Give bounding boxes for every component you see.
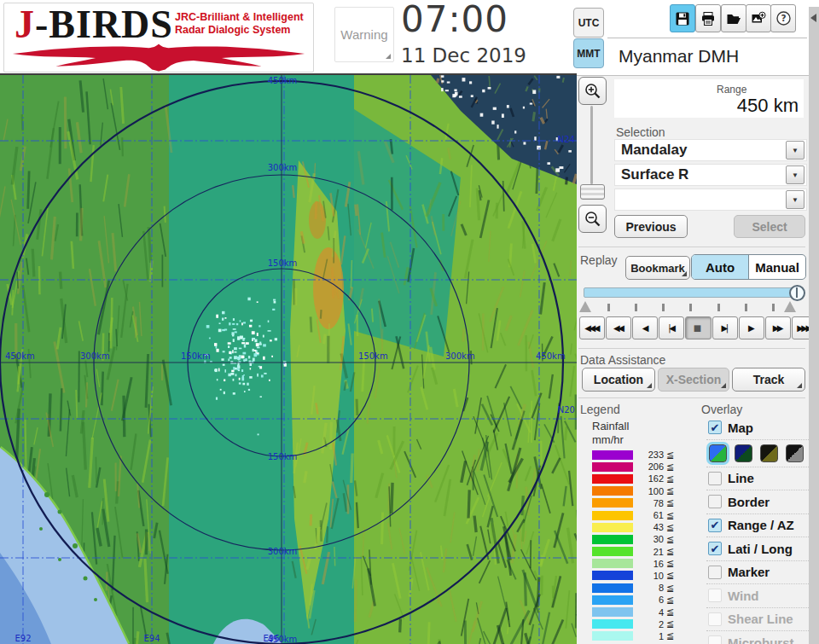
zoom-slider-track[interactable]	[590, 106, 593, 184]
svg-text:450km: 450km	[5, 351, 35, 361]
checked-checkbox[interactable]: ✔	[708, 519, 722, 532]
mmt-button[interactable]: MMT	[573, 38, 604, 68]
radar-map[interactable]: 450km300km150km150km300km450km450km300km…	[0, 73, 577, 644]
data-assistance-label: Data Assistance	[580, 353, 665, 367]
previous-button[interactable]: Previous	[614, 215, 688, 238]
chevron-down-icon[interactable]: ▼	[786, 165, 804, 184]
legend-operator: ≦	[666, 485, 674, 496]
checked-checkbox[interactable]: ✔	[708, 421, 722, 434]
unchecked-checkbox[interactable]	[708, 495, 722, 508]
legend-operator: ≦	[666, 595, 674, 606]
slider-tick	[635, 304, 637, 311]
overlay-item-label: Line	[728, 471, 754, 485]
open-folder-button[interactable]	[721, 4, 746, 32]
collapse-panel-icon[interactable]	[810, 14, 816, 22]
legend-operator: ≦	[666, 583, 674, 594]
legend-row: 21≦	[578, 546, 691, 558]
panel-edge-strip[interactable]	[809, 7, 819, 644]
replay-slider-handle[interactable]	[789, 285, 805, 301]
legend-row: 4≦	[578, 606, 691, 618]
chevron-down-icon[interactable]: ▼	[786, 190, 804, 209]
overlay-item-label: Shear Line	[728, 612, 793, 626]
overlay-item-range-az[interactable]: ✔Range / AZ	[706, 514, 810, 538]
map-style-navy-darkgreen[interactable]	[735, 444, 752, 462]
print-button[interactable]	[695, 4, 721, 32]
help-button[interactable]: ?	[770, 4, 796, 32]
overlay-item-border[interactable]: Border	[706, 490, 810, 514]
playback-rewind-fast-button[interactable]: ◀◀	[606, 316, 631, 339]
map-style-black-olive[interactable]	[760, 444, 778, 462]
extra-dropdown[interactable]: ▼	[614, 189, 807, 211]
legend-value: 61	[633, 510, 664, 520]
overlay-item-shear-line[interactable]: Shear Line	[706, 608, 810, 632]
replay-slider-track[interactable]	[584, 287, 797, 298]
svg-text:300km: 300km	[80, 351, 110, 361]
selection-label: Selection	[616, 125, 665, 139]
zoom-slider-handle[interactable]	[580, 184, 605, 200]
capture-button[interactable]	[746, 4, 771, 32]
playback-stop-button[interactable]: ■	[685, 316, 711, 339]
location-button[interactable]: Location	[582, 368, 655, 392]
header-divider	[607, 38, 807, 38]
unchecked-checkbox[interactable]	[708, 635, 722, 644]
overlay-item-label: Border	[728, 495, 770, 509]
playback-play-button[interactable]: ▶	[739, 316, 764, 339]
overlay-item-label: Map	[728, 421, 753, 435]
map-style-blue-green[interactable]	[709, 444, 727, 462]
utc-button[interactable]: UTC	[573, 8, 604, 38]
legend-color-swatch	[592, 498, 633, 508]
bookmark-button[interactable]: Bookmark	[625, 256, 690, 280]
save-button[interactable]	[670, 4, 695, 32]
logo-rest: -BIRDS	[35, 3, 173, 46]
select-button[interactable]: Select	[734, 215, 805, 238]
legend-value: 30	[633, 534, 664, 544]
legend-operator: ≦	[666, 558, 674, 569]
overlay-item-line[interactable]: Line	[706, 467, 810, 491]
svg-text:E92: E92	[15, 634, 31, 643]
legend-value: 2	[633, 619, 664, 629]
unchecked-checkbox[interactable]	[708, 566, 722, 579]
product-dropdown[interactable]: Surface R ▼	[614, 164, 807, 186]
slider-end-marker[interactable]	[784, 301, 796, 312]
rainfall-legend: 233≦206≦162≦100≦78≦61≦43≦30≦21≦16≦10≦8≦6…	[578, 449, 691, 642]
slider-start-marker[interactable]	[579, 301, 591, 312]
legend-color-swatch	[592, 571, 633, 580]
overlay-item-map[interactable]: ✔Map	[706, 416, 810, 440]
legend-row: 8≦	[578, 582, 691, 594]
manual-button[interactable]: Manual	[749, 255, 805, 279]
unchecked-checkbox[interactable]	[708, 472, 722, 485]
chevron-down-icon[interactable]: ▼	[786, 141, 804, 160]
radar-map-canvas[interactable]: 450km300km150km150km300km450km450km300km…	[0, 75, 577, 644]
radar-site-dropdown[interactable]: Mandalay ▼	[614, 139, 807, 161]
svg-text:N24: N24	[558, 135, 575, 144]
logo-subtitle: JRC-Brilliant & Intelligent Radar Dialog…	[175, 11, 304, 36]
overlay-item-marker[interactable]: Marker	[706, 561, 810, 585]
checked-checkbox[interactable]: ✔	[708, 542, 722, 555]
auto-button[interactable]: Auto	[692, 255, 749, 279]
overlay-item-label: Wind	[728, 589, 759, 603]
slider-tick	[662, 304, 665, 311]
playback-step-forward-button[interactable]: ▶|	[712, 316, 738, 339]
clock-date: 11 Dec 2019	[401, 44, 526, 67]
unchecked-checkbox[interactable]	[708, 612, 722, 626]
overlay-label: Overlay	[701, 403, 742, 416]
playback-rewind-button[interactable]: ◀	[632, 316, 658, 339]
track-button[interactable]: Track	[732, 368, 805, 392]
unchecked-checkbox[interactable]	[708, 589, 722, 602]
overlay-item-wind[interactable]: Wind	[706, 584, 810, 608]
overlay-item-microburst[interactable]: Microburst	[706, 631, 810, 644]
map-style-black-gray[interactable]	[786, 444, 804, 462]
warning-button[interactable]: Warning	[334, 7, 394, 62]
playback-step-back-button[interactable]: |◀	[659, 316, 684, 339]
zoom-in-button[interactable]	[578, 77, 607, 105]
step-forward-icon: ▶|	[722, 323, 729, 333]
svg-text:N20: N20	[558, 405, 575, 415]
playback-forward-fast-button[interactable]: ▶▶	[765, 316, 791, 339]
zoom-in-icon	[584, 82, 602, 101]
legend-color-swatch	[592, 474, 633, 484]
overlay-item-lati-long[interactable]: ✔Lati / Long	[706, 537, 810, 561]
station-name: Myanmar DMH	[607, 40, 818, 73]
x-section-button[interactable]: X-Section	[658, 368, 729, 392]
zoom-out-button[interactable]	[578, 205, 607, 233]
playback-jump-start-button[interactable]: ◀◀◀	[579, 316, 605, 339]
